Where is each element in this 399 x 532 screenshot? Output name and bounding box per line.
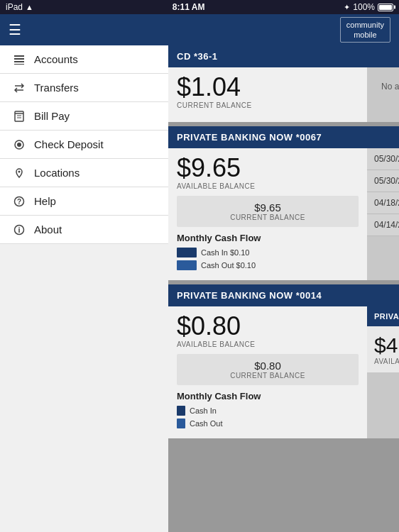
help-icon: ?	[11, 194, 27, 209]
bluetooth-icon: ✦	[344, 3, 350, 12]
svg-text:?: ?	[17, 198, 21, 206]
status-right: ✦ 100%	[344, 2, 393, 12]
transactions-0014: PRIVA... $4. AVAILAB...	[367, 306, 399, 438]
current-balance-box-0067: $9.65 CURRENT BALANCE	[177, 196, 359, 227]
sidebar-label-help: Help	[34, 195, 56, 207]
balance-label-0014: AVAILABLE BALANCE	[177, 340, 359, 348]
cash-out-label-0067: Cash Out $0.10	[201, 261, 256, 270]
cash-in-row-0014: Cash In	[177, 406, 359, 416]
sidebar-item-accounts[interactable]: Accounts	[0, 45, 168, 74]
check-deposit-icon	[11, 137, 27, 153]
account-card-cd[interactable]: CD *36-1 $1.04 CURRENT BALANCE No accou.…	[168, 45, 399, 122]
cash-out-bar-0067	[177, 260, 197, 270]
about-icon: i	[11, 222, 27, 238]
svg-rect-2	[14, 61, 24, 62]
transaction-item[interactable]: 04/18/201	[367, 192, 399, 214]
sidebar-item-locations[interactable]: Locations	[0, 159, 168, 187]
transfers-icon	[11, 80, 27, 96]
account-card-0067[interactable]: PRIVATE BANKING NOW *0067 $9.65 AVAILABL…	[168, 126, 399, 280]
svg-rect-3	[14, 64, 24, 65]
cash-out-row-0067: Cash Out $0.10	[177, 260, 359, 270]
account-card-0014[interactable]: PRIVATE BANKING NOW *0014 $0.80 AVAILABL…	[168, 284, 399, 438]
no-account-text: No accou...	[374, 74, 399, 99]
cash-flow-title-0014: Monthly Cash Flow	[177, 391, 359, 401]
partial-balance-label: AVAILAB...	[374, 358, 399, 365]
sidebar-item-bill-pay[interactable]: Bill Pay	[0, 102, 168, 131]
transaction-item[interactable]: 04/14/201	[367, 214, 399, 236]
cd-balance-label: CURRENT BALANCE	[177, 101, 359, 109]
time-display: 8:11 AM	[173, 2, 205, 12]
accounts-icon	[11, 52, 27, 67]
cash-in-bar-0014	[177, 406, 185, 416]
bill-pay-icon	[11, 109, 27, 124]
account-body-0067: $9.65 AVAILABLE BALANCE $9.65 CURRENT BA…	[168, 148, 399, 280]
balance-label-0067: AVAILABLE BALANCE	[177, 182, 359, 190]
current-balance-amount-0067: $9.65	[184, 201, 351, 214]
cd-no-accounts: No accou...	[367, 67, 399, 122]
svg-rect-4	[15, 111, 23, 121]
sidebar-label-accounts: Accounts	[34, 53, 78, 65]
carrier-text: iPad	[6, 2, 23, 12]
app-header: ☰ community mobile	[0, 14, 399, 45]
sidebar-item-help[interactable]: ? Help	[0, 187, 168, 216]
content-area[interactable]: CD *36-1 $1.04 CURRENT BALANCE No accou.…	[168, 45, 399, 532]
current-balance-label-0067: CURRENT BALANCE	[184, 214, 351, 221]
transactions-0067: 05/30/201 05/30/201 04/18/201 04/14/201	[367, 148, 399, 280]
partial-balance: $4.	[374, 333, 399, 358]
cash-in-label-0014: Cash In	[190, 406, 217, 415]
wifi-icon: ▲	[26, 3, 33, 11]
sidebar-item-check-deposit[interactable]: Check Deposit	[0, 131, 168, 159]
account-title-0014: PRIVATE BANKING NOW *0014	[168, 284, 399, 306]
svg-point-10	[18, 170, 21, 172]
cash-flow-0067: Monthly Cash Flow Cash In $0.10 Cash Out…	[177, 233, 359, 270]
cash-in-row-0067: Cash In $0.10	[177, 248, 359, 257]
current-balance-label-0014: CURRENT BALANCE	[184, 372, 351, 379]
status-left: iPad ▲	[6, 2, 33, 12]
accounts-list: CD *36-1 $1.04 CURRENT BALANCE No accou.…	[168, 45, 399, 443]
balance-0067: $9.65	[177, 155, 359, 181]
sidebar-label-locations: Locations	[34, 167, 80, 179]
account-main-0067: $9.65 AVAILABLE BALANCE $9.65 CURRENT BA…	[168, 148, 367, 280]
transaction-item[interactable]: 05/30/201	[367, 148, 399, 170]
account-main-0014: $0.80 AVAILABLE BALANCE $0.80 CURRENT BA…	[168, 306, 367, 438]
transaction-item[interactable]: 05/30/201	[367, 170, 399, 192]
account-body-cd: $1.04 CURRENT BALANCE No accou...	[168, 67, 399, 122]
app-logo: community mobile	[340, 17, 390, 43]
account-title-cd: CD *36-1	[168, 45, 399, 67]
current-balance-amount-0014: $0.80	[184, 360, 351, 372]
cash-flow-title-0067: Monthly Cash Flow	[177, 233, 359, 243]
sidebar-label-transfers: Transfers	[34, 82, 79, 94]
locations-icon	[11, 165, 27, 181]
svg-point-9	[17, 143, 21, 147]
svg-rect-1	[14, 58, 24, 60]
cash-out-row-0014: Cash Out	[177, 419, 359, 428]
balance-0014: $0.80	[177, 314, 359, 339]
battery-text: 100%	[353, 2, 375, 12]
cash-flow-0014: Monthly Cash Flow Cash In Cash Out	[177, 391, 359, 428]
sidebar: Accounts Transfers Bill Pay	[0, 45, 168, 532]
sidebar-item-transfers[interactable]: Transfers	[0, 74, 168, 102]
sidebar-item-about[interactable]: i About	[0, 216, 168, 244]
account-body-0014: $0.80 AVAILABLE BALANCE $0.80 CURRENT BA…	[168, 306, 399, 438]
status-bar: iPad ▲ 8:11 AM ✦ 100%	[0, 0, 399, 14]
sidebar-label-about: About	[34, 223, 62, 235]
current-balance-box-0014: $0.80 CURRENT BALANCE	[177, 354, 359, 385]
cash-in-bar-0067	[177, 248, 197, 257]
battery-icon	[378, 4, 393, 11]
cd-balance: $1.04	[177, 74, 359, 100]
sidebar-label-bill-pay: Bill Pay	[34, 110, 70, 122]
main-layout: Accounts Transfers Bill Pay	[0, 45, 399, 532]
partial-card-header: PRIVA...	[367, 306, 399, 326]
account-title-0067: PRIVATE BANKING NOW *0067	[168, 126, 399, 148]
account-main-cd: $1.04 CURRENT BALANCE	[168, 67, 367, 122]
svg-text:i: i	[18, 226, 20, 234]
svg-rect-0	[14, 55, 24, 57]
partial-card-body: $4. AVAILAB...	[367, 326, 399, 372]
sidebar-label-check-deposit: Check Deposit	[34, 138, 104, 150]
cash-in-label-0067: Cash In $0.10	[201, 248, 250, 257]
cash-out-label-0014: Cash Out	[190, 419, 222, 428]
cash-out-bar-0014	[177, 419, 185, 428]
hamburger-button[interactable]: ☰	[9, 23, 21, 37]
